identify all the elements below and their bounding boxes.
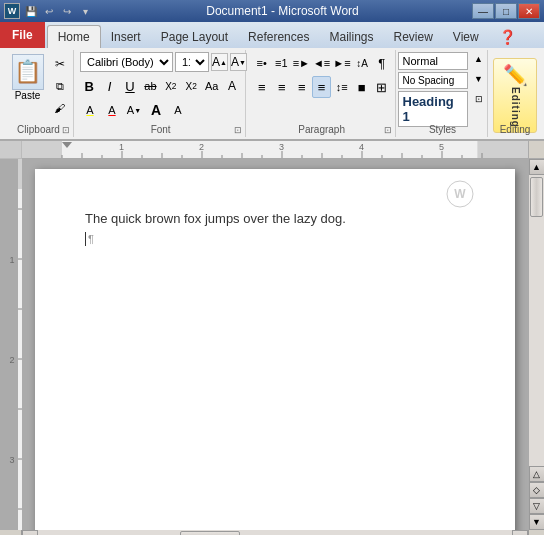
styles-more-btn[interactable]: ⊡ bbox=[470, 92, 488, 106]
multilevel-button[interactable]: ≡► bbox=[292, 52, 311, 74]
scroll-track[interactable] bbox=[529, 175, 545, 466]
tab-help[interactable]: ❓ bbox=[489, 26, 526, 48]
style-normal[interactable]: Normal bbox=[398, 52, 468, 70]
change-case-button[interactable]: Aa bbox=[202, 76, 220, 96]
svg-rect-1 bbox=[22, 141, 62, 159]
numbering-button[interactable]: ≡1 bbox=[272, 52, 291, 74]
font-name-select[interactable]: Calibri (Body) bbox=[80, 52, 173, 72]
svg-text:1: 1 bbox=[119, 142, 124, 152]
minimize-btn[interactable]: — bbox=[472, 3, 494, 19]
styles-group-content: Normal No Spacing Heading 1 ▲ ▼ ⊡ bbox=[398, 52, 488, 135]
increase-indent-button[interactable]: ►≡ bbox=[332, 52, 351, 74]
cut-button[interactable]: ✂ bbox=[50, 54, 70, 74]
paste-icon: 📋 bbox=[12, 54, 44, 90]
editing-group-content: ✏️ Editing bbox=[491, 52, 539, 135]
tab-home[interactable]: Home bbox=[47, 25, 101, 48]
save-quick-btn[interactable]: 💾 bbox=[23, 3, 39, 19]
quick-access-more-btn[interactable]: ▾ bbox=[77, 3, 93, 19]
ruler-container: 1 2 3 4 5 bbox=[0, 141, 544, 159]
font-size-small-button[interactable]: A bbox=[168, 100, 188, 120]
font-expand-icon[interactable]: ⊡ bbox=[234, 125, 242, 135]
paragraph-expand-icon[interactable]: ⊡ bbox=[384, 125, 392, 135]
first-line-indent[interactable] bbox=[62, 142, 72, 148]
clear-formatting-button[interactable]: A bbox=[223, 76, 241, 96]
font-size-large-button[interactable]: A bbox=[146, 100, 166, 120]
align-left-button[interactable]: ≡ bbox=[252, 76, 271, 98]
paragraph-group: ≡• ≡1 ≡► ◄≡ ►≡ ↕A ¶ ≡ ≡ ≡ ≡ ↕≡ ■ ⊞ bbox=[248, 50, 396, 137]
show-hide-button[interactable]: ¶ bbox=[372, 52, 391, 74]
close-btn[interactable]: ✕ bbox=[518, 3, 540, 19]
decrease-indent-button[interactable]: ◄≡ bbox=[312, 52, 331, 74]
h-scroll-thumb[interactable] bbox=[180, 531, 240, 535]
sort-button[interactable]: ↕A bbox=[353, 52, 372, 74]
tab-insert[interactable]: Insert bbox=[101, 26, 151, 48]
svg-text:W: W bbox=[454, 187, 466, 201]
editing-group-label: Editing bbox=[490, 124, 540, 135]
tab-review[interactable]: Review bbox=[383, 26, 442, 48]
subscript-button[interactable]: X2 bbox=[162, 76, 180, 96]
text-highlight-button[interactable]: A bbox=[80, 100, 100, 120]
vertical-ruler: 1 2 3 bbox=[0, 159, 22, 530]
tab-page-layout[interactable]: Page Layout bbox=[151, 26, 238, 48]
page-up-btn[interactable]: △ bbox=[529, 466, 545, 482]
scroll-left-btn[interactable]: ◄ bbox=[22, 530, 38, 535]
h-scroll-track[interactable] bbox=[38, 530, 512, 535]
ruler-right-corner bbox=[528, 141, 544, 159]
paragraph-mark: ¶ bbox=[88, 233, 94, 245]
font-size-select[interactable]: 11 bbox=[175, 52, 209, 72]
shrink-font-button[interactable]: A▼ bbox=[230, 53, 247, 71]
tab-references[interactable]: References bbox=[238, 26, 319, 48]
svg-text:1: 1 bbox=[9, 255, 14, 265]
document-scroll[interactable]: W The quick brown fox jumps over the laz… bbox=[22, 159, 528, 530]
clipboard-expand-icon[interactable]: ⊡ bbox=[62, 125, 70, 135]
page-down-btn[interactable]: ▽ bbox=[529, 498, 545, 514]
grow-font-button[interactable]: A▲ bbox=[211, 53, 228, 71]
styles-scroll-up[interactable]: ▲ bbox=[470, 52, 488, 66]
scroll-right-btn[interactable]: ► bbox=[512, 530, 528, 535]
format-painter-button[interactable]: 🖌 bbox=[50, 98, 70, 118]
paragraph-group-content: ≡• ≡1 ≡► ◄≡ ►≡ ↕A ¶ ≡ ≡ ≡ ≡ ↕≡ ■ ⊞ bbox=[252, 52, 391, 99]
undo-quick-btn[interactable]: ↩ bbox=[41, 3, 57, 19]
paragraph-row2: ≡ ≡ ≡ ≡ ↕≡ ■ ⊞ bbox=[252, 76, 391, 98]
font-color-row: A A A▼ A A bbox=[80, 100, 241, 120]
ruler-corner bbox=[0, 141, 22, 159]
line-spacing-button[interactable]: ↕≡ bbox=[332, 76, 351, 98]
document-area: 1 2 3 W The quick brown fox jumps over t… bbox=[0, 159, 544, 530]
paste-button[interactable]: 📋 Paste bbox=[8, 52, 48, 103]
underline-button[interactable]: U bbox=[121, 76, 139, 96]
bold-button[interactable]: B bbox=[80, 76, 98, 96]
scroll-thumb[interactable] bbox=[530, 177, 543, 217]
shading-button[interactable]: ■ bbox=[352, 76, 371, 98]
styles-group: Normal No Spacing Heading 1 ▲ ▼ ⊡ Styles bbox=[398, 50, 488, 137]
styles-scroll-down[interactable]: ▼ bbox=[470, 72, 488, 86]
scroll-up-btn[interactable]: ▲ bbox=[529, 159, 545, 175]
vertical-scrollbar: ▲ △ ◇ ▽ ▼ bbox=[528, 159, 544, 530]
font-effects-button[interactable]: A▼ bbox=[124, 100, 144, 120]
tab-mailings[interactable]: Mailings bbox=[319, 26, 383, 48]
redo-quick-btn[interactable]: ↪ bbox=[59, 3, 75, 19]
tab-file[interactable]: File bbox=[0, 22, 45, 48]
tab-view[interactable]: View bbox=[443, 26, 489, 48]
maximize-btn[interactable]: □ bbox=[495, 3, 517, 19]
svg-rect-32 bbox=[18, 159, 22, 189]
horizontal-ruler: 1 2 3 4 5 bbox=[22, 141, 528, 159]
border-button[interactable]: ⊞ bbox=[372, 76, 391, 98]
scroll-gap-btn[interactable]: ◇ bbox=[529, 482, 545, 498]
svg-text:3: 3 bbox=[279, 142, 284, 152]
align-right-button[interactable]: ≡ bbox=[292, 76, 311, 98]
quick-access-toolbar: 💾 ↩ ↪ ▾ bbox=[23, 3, 93, 19]
copy-button[interactable]: ⧉ bbox=[50, 76, 70, 96]
style-heading1[interactable]: Heading 1 bbox=[398, 91, 468, 127]
editing-main-btn[interactable]: ✏️ Editing bbox=[493, 58, 537, 133]
italic-button[interactable]: I bbox=[100, 76, 118, 96]
bullets-button[interactable]: ≡• bbox=[252, 52, 271, 74]
clipboard-small-btns: ✂ ⧉ 🖌 bbox=[50, 52, 70, 118]
font-color-button[interactable]: A bbox=[102, 100, 122, 120]
superscript-button[interactable]: X2 bbox=[182, 76, 200, 96]
justify-button[interactable]: ≡ bbox=[312, 76, 331, 98]
cursor-position: ¶ bbox=[85, 232, 465, 246]
strikethrough-button[interactable]: ab bbox=[141, 76, 159, 96]
style-no-spacing[interactable]: No Spacing bbox=[398, 72, 468, 89]
align-center-button[interactable]: ≡ bbox=[272, 76, 291, 98]
scroll-down-btn[interactable]: ▼ bbox=[529, 514, 545, 530]
